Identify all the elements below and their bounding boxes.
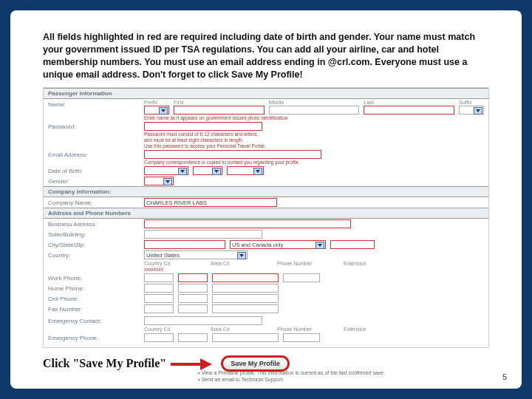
input-fx-ac[interactable] <box>178 304 208 313</box>
col-ec-ext: Extension <box>344 327 381 332</box>
label-password: Password: <box>48 122 144 130</box>
company-name-value: CHARLES RIVER LABS <box>145 200 207 206</box>
section-company: Company Information: <box>44 186 488 197</box>
col-ec-countrycd: Country Cd <box>144 327 181 332</box>
name-helper: Enter name as it appears on government i… <box>144 115 484 120</box>
label-gender: Gender: <box>48 177 144 185</box>
label-name: Name: <box>48 100 144 108</box>
input-company-name[interactable]: CHARLES RIVER LABS <box>144 198 277 207</box>
col-middle: Middle <box>269 100 360 105</box>
pw-helper1: Password must consist of 6-12 characters… <box>144 132 484 137</box>
col-phonenum: Phone Number <box>277 261 314 266</box>
label-bus-addr: Business Address: <box>48 219 144 228</box>
instruction-text: All fields highlighted in red are requir… <box>43 31 489 81</box>
col-last: Last <box>364 100 454 105</box>
email-helper: Company correspondence is copied to cont… <box>144 160 484 165</box>
input-fx-num[interactable] <box>212 304 279 313</box>
input-dob-year[interactable] <box>227 166 264 175</box>
input-suffix[interactable] <box>459 106 484 115</box>
input-zip[interactable] <box>330 240 375 249</box>
label-suite: Suite/Building: <box>48 230 144 238</box>
label-dob: Date of Birth: <box>48 166 144 174</box>
label-company-name: Company Name: <box>48 198 144 206</box>
profile-form-screenshot: Passenger Information Name: Prefix First… <box>43 87 489 349</box>
input-last[interactable] <box>364 106 454 115</box>
input-suite[interactable] <box>144 230 262 239</box>
input-city[interactable] <box>144 240 225 249</box>
input-cp-ac[interactable] <box>178 294 208 303</box>
arrow-icon <box>169 356 214 371</box>
input-wp-ext[interactable] <box>283 273 320 282</box>
input-wp-ac[interactable] <box>178 273 208 282</box>
label-email: Email Address: <box>48 150 144 158</box>
input-hp-cc[interactable] <box>144 284 174 293</box>
input-fx-cc[interactable] <box>144 304 174 313</box>
input-hp-num[interactable] <box>212 284 279 293</box>
section-address: Address and Phone Numbers <box>44 208 488 219</box>
footnote-1: View a Printable profile. This informati… <box>198 370 489 377</box>
input-wp-cc[interactable] <box>144 273 174 282</box>
input-first[interactable] <box>174 106 265 115</box>
input-ep-ac[interactable] <box>178 333 208 342</box>
input-ep-num[interactable] <box>212 333 279 342</box>
svg-marker-1 <box>200 358 212 370</box>
label-home-phone: Home Phone: <box>48 284 144 292</box>
save-my-profile-button[interactable]: Save My Profile <box>221 355 290 372</box>
page-number: 5 <box>502 372 507 381</box>
input-state[interactable]: US and Canada only <box>230 240 326 249</box>
input-password[interactable] <box>144 122 262 131</box>
label-cell-phone: Cell Phone: <box>48 294 144 302</box>
input-country[interactable]: United States <box>144 250 248 259</box>
input-hp-ac[interactable] <box>178 284 208 293</box>
label-country: Country: <box>48 250 144 259</box>
col-areacd: Area Cd <box>211 261 248 266</box>
pw-helper3: Use this password to access your Persona… <box>144 143 484 149</box>
input-ep-ext[interactable] <box>283 333 320 342</box>
col-ext: Extension <box>344 261 381 266</box>
label-fax: Fax Number: <box>48 304 144 313</box>
input-cp-num[interactable] <box>212 294 279 303</box>
input-wp-num[interactable] <box>212 273 279 282</box>
input-bus-addr[interactable] <box>144 219 351 228</box>
input-gender[interactable] <box>144 177 174 185</box>
footnote-2: Send an email to Technical Support. <box>198 377 489 383</box>
input-dob-month[interactable] <box>144 166 188 175</box>
col-countrycd: Country Cd <box>144 261 181 266</box>
section-passenger: Passenger Information <box>44 88 488 99</box>
input-middle[interactable] <box>269 106 360 115</box>
input-dob-day[interactable] <box>193 166 222 175</box>
pw-helper2: and must be at least eight characters in… <box>144 137 484 143</box>
footer-notes: View a Printable profile. This informati… <box>198 370 489 383</box>
col-ec-phonenum: Phone Number <box>277 327 314 332</box>
col-ec-areacd: Area Cd <box>211 327 248 332</box>
label-emergency-phone: Emergency Phone: <box>48 333 144 341</box>
label-csz: City/State/Zip: <box>48 240 144 248</box>
col-suffix: Suffix <box>459 100 484 105</box>
label-work-phone: Work Phone: <box>48 273 144 282</box>
phone-req: xxxxxxxx <box>144 267 484 272</box>
col-prefix: Prefix <box>144 100 169 105</box>
input-emergency-name[interactable] <box>144 316 262 325</box>
label-emergency: Emergency Contact: <box>48 316 144 324</box>
state-value: US and Canada only <box>231 242 283 248</box>
input-prefix[interactable] <box>144 106 169 115</box>
input-ep-cc[interactable] <box>144 333 174 342</box>
country-value: United States <box>145 252 180 259</box>
input-email[interactable] <box>144 150 321 159</box>
input-cp-cc[interactable] <box>144 294 174 303</box>
click-instruction: Click "Save My Profile" <box>43 357 166 370</box>
col-first: First <box>174 100 265 105</box>
